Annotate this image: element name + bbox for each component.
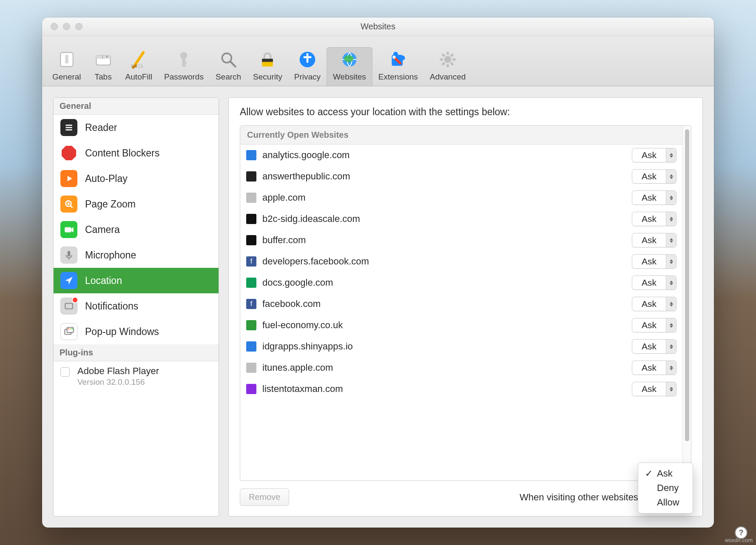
microphone-icon xyxy=(60,247,77,264)
svg-marker-36 xyxy=(68,176,72,182)
sidebar: General ReaderContent BlockersAuto-PlayP… xyxy=(53,97,219,517)
permission-dropdown[interactable]: Ask xyxy=(632,275,676,290)
tab-label: AutoFill xyxy=(125,72,152,82)
chevron-updown-icon xyxy=(666,297,676,311)
watermark: wsxdn.com xyxy=(725,537,753,543)
sidebar-item-notifications[interactable]: Notifications xyxy=(54,293,219,319)
websites-icon xyxy=(339,49,360,70)
chevron-updown-icon xyxy=(666,233,676,247)
website-row[interactable]: itunes.apple.comAsk xyxy=(240,357,682,378)
permission-dropdown[interactable]: Ask xyxy=(632,190,676,205)
notification-badge xyxy=(72,297,78,303)
svg-rect-41 xyxy=(65,227,71,233)
popup-option-ask[interactable]: ✓Ask xyxy=(638,466,693,481)
popup-option-label: Deny xyxy=(657,483,679,494)
panel-footer: Remove When visiting other websites: Ask xyxy=(240,488,691,506)
sidebar-item-popups[interactable]: Pop-up Windows xyxy=(54,319,219,344)
svg-rect-10 xyxy=(182,65,186,67)
sidebar-item-microphone[interactable]: Microphone xyxy=(54,242,219,268)
chevron-updown-icon xyxy=(666,382,676,396)
tab-security[interactable]: Security xyxy=(247,48,288,86)
chevron-updown-icon xyxy=(666,170,676,183)
permission-value: Ask xyxy=(632,148,666,162)
permission-dropdown[interactable]: Ask xyxy=(632,212,676,226)
website-row[interactable]: answerthepublic.comAsk xyxy=(240,166,682,187)
website-row[interactable]: ffacebook.comAsk xyxy=(240,293,682,315)
list-header: Currently Open Websites xyxy=(240,126,682,145)
website-row[interactable]: buffer.comAsk xyxy=(240,230,682,251)
websites-list: Currently Open Websites analytics.google… xyxy=(240,125,691,481)
sidebar-item-reader[interactable]: Reader xyxy=(54,115,219,140)
popup-option-allow[interactable]: Allow xyxy=(638,495,693,510)
chevron-updown-icon xyxy=(666,276,676,290)
tab-search[interactable]: Search xyxy=(210,48,247,86)
website-row[interactable]: fdevelopers.facebook.comAsk xyxy=(240,251,682,272)
tab-websites[interactable]: Websites xyxy=(327,47,372,86)
sidebar-item-label: Location xyxy=(85,275,122,287)
website-row[interactable]: b2c-sidg.ideascale.comAsk xyxy=(240,208,682,230)
sidebar-section-plugins: Plug-ins xyxy=(54,344,219,361)
notifications-icon xyxy=(60,298,77,315)
website-row[interactable]: apple.comAsk xyxy=(240,187,682,208)
content-blockers-icon xyxy=(60,145,77,162)
website-domain: b2c-sidg.ideascale.com xyxy=(262,213,626,224)
main-panel: Allow websites to access your location w… xyxy=(228,97,703,517)
permission-dropdown[interactable]: Ask xyxy=(632,297,676,311)
tab-passwords[interactable]: Passwords xyxy=(158,48,210,86)
tab-label: Search xyxy=(216,72,241,82)
permission-value: Ask xyxy=(632,233,666,247)
popup-option-deny[interactable]: Deny xyxy=(638,481,693,495)
svg-rect-46 xyxy=(65,304,72,309)
website-domain: itunes.apple.com xyxy=(262,362,626,373)
svg-line-12 xyxy=(230,62,236,67)
plugin-row: Adobe Flash Player Version 32.0.0.156 xyxy=(54,361,219,395)
favicon xyxy=(246,171,256,182)
sidebar-item-page-zoom[interactable]: Page Zoom xyxy=(54,191,219,217)
tab-advanced[interactable]: Advanced xyxy=(424,48,472,86)
permission-dropdown[interactable]: Ask xyxy=(632,169,676,184)
plugin-enable-checkbox[interactable] xyxy=(60,367,70,377)
tab-general[interactable]: General xyxy=(46,48,87,86)
tab-autofill[interactable]: AutoFill xyxy=(119,48,158,86)
tab-extensions[interactable]: Extensions xyxy=(372,48,424,86)
content-area: General ReaderContent BlockersAuto-PlayP… xyxy=(42,86,714,528)
sidebar-item-auto-play[interactable]: Auto-Play xyxy=(54,166,219,191)
permission-dropdown[interactable]: Ask xyxy=(632,382,676,396)
website-row[interactable]: fuel-economy.co.ukAsk xyxy=(240,315,682,336)
chevron-updown-icon xyxy=(666,361,676,375)
favicon xyxy=(246,363,256,373)
website-domain: answerthepublic.com xyxy=(262,171,626,182)
website-domain: apple.com xyxy=(262,192,626,203)
tab-privacy[interactable]: Privacy xyxy=(288,48,327,86)
svg-marker-45 xyxy=(65,277,72,284)
security-icon xyxy=(257,49,278,70)
permission-dropdown[interactable]: Ask xyxy=(632,233,676,247)
vertical-scrollbar[interactable] xyxy=(682,126,691,480)
permission-dropdown[interactable]: Ask xyxy=(632,360,676,375)
svg-point-22 xyxy=(392,56,395,59)
website-row[interactable]: analytics.google.comAsk xyxy=(240,145,682,166)
remove-button[interactable]: Remove xyxy=(240,488,289,506)
website-row[interactable]: listentotaxman.comAsk xyxy=(240,378,682,400)
favicon xyxy=(246,235,256,245)
permission-dropdown[interactable]: Ask xyxy=(632,339,676,354)
sidebar-item-camera[interactable]: Camera xyxy=(54,217,219,242)
permission-dropdown[interactable]: Ask xyxy=(632,318,676,332)
sidebar-item-content-blockers[interactable]: Content Blockers xyxy=(54,140,219,166)
extensions-icon xyxy=(388,49,408,70)
chevron-updown-icon xyxy=(666,255,676,268)
website-row[interactable]: docs.google.comAsk xyxy=(240,272,682,293)
sidebar-item-location[interactable]: Location xyxy=(54,268,219,293)
other-websites-label: When visiting other websites: xyxy=(520,492,641,503)
website-row[interactable]: idgrapps.shinyapps.ioAsk xyxy=(240,336,682,357)
website-domain: facebook.com xyxy=(262,298,626,309)
permission-dropdown[interactable]: Ask xyxy=(632,254,676,269)
tabs-icon: + xyxy=(93,49,114,70)
svg-line-28 xyxy=(442,54,445,57)
svg-rect-15 xyxy=(262,59,273,62)
tab-tabs[interactable]: +Tabs xyxy=(87,48,119,86)
search-icon xyxy=(218,49,239,70)
tab-label: Privacy xyxy=(294,72,321,82)
permission-value: Ask xyxy=(632,170,666,183)
permission-dropdown[interactable]: Ask xyxy=(632,148,676,162)
